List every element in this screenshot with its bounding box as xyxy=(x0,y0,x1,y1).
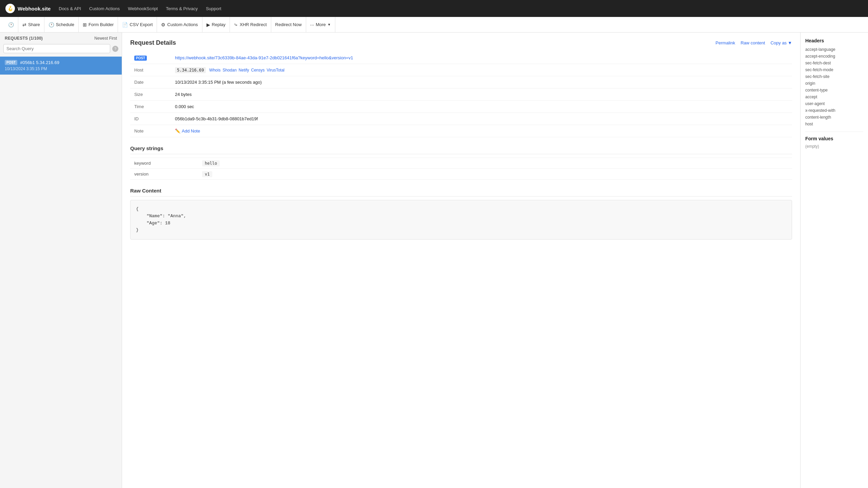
detail-value-id: 056b1da9-5c3b-4b31-9db8-08801b7ed19f xyxy=(171,113,792,125)
detail-label-size: Size xyxy=(130,88,171,101)
permalink-link[interactable]: Permalink xyxy=(715,40,735,45)
detail-row-id: ID 056b1da9-5c3b-4b31-9db8-08801b7ed19f xyxy=(130,113,792,125)
xhr-icon: ⤷ xyxy=(234,22,238,27)
header-item[interactable]: content-length xyxy=(805,114,863,121)
detail-row-url: POST https://webhook.site/73c6339b-84ae-… xyxy=(130,52,792,64)
ip-address: 5.34.216.69 xyxy=(175,67,206,73)
detail-label-date: Date xyxy=(130,76,171,88)
request-item-top: POST #056b1 5.34.216.69 xyxy=(5,60,117,65)
detail-value-date: 10/13/2024 3:35:15 PM (a few seconds ago… xyxy=(171,76,792,88)
raw-content-header: Raw Content xyxy=(130,188,792,197)
header-item[interactable]: sec-fetch-mode xyxy=(805,66,863,73)
detail-label-note: Note xyxy=(130,125,171,137)
query-key-version: version xyxy=(130,169,198,180)
header-item[interactable]: sec-fetch-site xyxy=(805,73,863,80)
toolbar-custom-actions[interactable]: ⚙ Custom Actions xyxy=(157,17,202,32)
requests-count: REQUESTS (1/100) xyxy=(5,36,43,41)
detail-value-time: 0.000 sec xyxy=(171,101,792,113)
toolbar-more[interactable]: ··· More ▼ xyxy=(306,17,335,32)
detail-label-time: Time xyxy=(130,101,171,113)
form-values-title: Form values xyxy=(805,136,863,141)
header-item[interactable]: origin xyxy=(805,80,863,87)
replay-icon: ▶ xyxy=(206,22,210,27)
toolbar-schedule[interactable]: 🕐 Schedule xyxy=(44,17,79,32)
top-nav: 🪝 Webhook.site Docs & API Custom Actions… xyxy=(0,0,868,17)
chevron-down-icon: ▼ xyxy=(328,23,331,26)
header-item[interactable]: sec-fetch-dest xyxy=(805,60,863,66)
clock-icon: 🕐 xyxy=(8,22,14,27)
toolbar: 🕐 ⇄ Share 🕐 Schedule ⊞ Form Builder 📄 CS… xyxy=(0,17,868,33)
whois-link[interactable]: Whois xyxy=(209,68,220,73)
header-item[interactable]: x-requested-with xyxy=(805,107,863,114)
schedule-icon: 🕐 xyxy=(48,22,54,27)
nav-custom-actions[interactable]: Custom Actions xyxy=(89,6,120,11)
request-item[interactable]: POST #056b1 5.34.216.69 10/13/2024 3:35:… xyxy=(0,57,122,75)
detail-value-size: 24 bytes xyxy=(171,88,792,101)
toolbar-xhr-redirect[interactable]: ⤷ XHR Redirect xyxy=(230,17,271,32)
detail-row-date: Date 10/13/2024 3:35:15 PM (a few second… xyxy=(130,76,792,88)
netify-link[interactable]: Netify xyxy=(239,68,249,73)
shodan-link[interactable]: Shodan xyxy=(222,68,236,73)
method-badge-detail: POST xyxy=(134,56,147,61)
toolbar-csv-export[interactable]: 📄 CSV Export xyxy=(118,17,157,32)
logo[interactable]: 🪝 Webhook.site xyxy=(5,4,51,13)
detail-row-note: Note ✏️ Add Note xyxy=(130,125,792,137)
help-icon[interactable]: ? xyxy=(112,46,118,52)
detail-row-time: Time 0.000 sec xyxy=(130,101,792,113)
main-layout: REQUESTS (1/100) Newest First ? POST #05… xyxy=(0,33,868,488)
add-note-button[interactable]: ✏️ Add Note xyxy=(175,128,788,134)
form-builder-icon: ⊞ xyxy=(83,22,87,27)
header-item[interactable]: host xyxy=(805,121,863,127)
csv-icon: 📄 xyxy=(122,22,128,27)
sidebar: REQUESTS (1/100) Newest First ? POST #05… xyxy=(0,33,122,488)
toolbar-share[interactable]: ⇄ Share xyxy=(18,17,44,32)
raw-content-link[interactable]: Raw content xyxy=(741,40,765,45)
logo-text: Webhook.site xyxy=(18,6,51,12)
query-strings-table: keyword hello version v1 xyxy=(130,158,792,180)
raw-content-box: { "Name": "Anna", "Age": 18 } xyxy=(130,200,792,240)
header-item[interactable]: user-agent xyxy=(805,100,863,107)
toolbar-redirect-now[interactable]: Redirect Now xyxy=(271,17,306,32)
detail-row-host: Host 5.34.216.69 Whois Shodan Netify Cen… xyxy=(130,64,792,76)
more-icon: ··· xyxy=(310,22,314,27)
header-item[interactable]: accept-encoding xyxy=(805,53,863,60)
detail-value-host: 5.34.216.69 Whois Shodan Netify Censys V… xyxy=(171,64,792,76)
request-timestamp: 10/13/2024 3:35:15 PM xyxy=(5,66,117,71)
header-item[interactable]: accept-language xyxy=(805,46,863,53)
sort-label[interactable]: Newest First xyxy=(94,36,117,41)
toolbar-form-builder[interactable]: ⊞ Form Builder xyxy=(79,17,118,32)
search-input[interactable] xyxy=(3,44,110,53)
headers-title: Headers xyxy=(805,38,863,43)
request-url-link[interactable]: https://webhook.site/73c6339b-84ae-43da-… xyxy=(175,55,353,60)
request-details-header: Request Details Permalink Raw content Co… xyxy=(130,39,792,46)
share-icon: ⇄ xyxy=(22,22,26,27)
nav-support[interactable]: Support xyxy=(206,6,221,11)
censys-link[interactable]: Censys xyxy=(251,68,265,73)
detail-label-id: ID xyxy=(130,113,171,125)
virustotal-link[interactable]: VirusTotal xyxy=(267,68,284,73)
copy-as-chevron-icon: ▼ xyxy=(788,40,792,45)
nav-webhookscript[interactable]: WebhookScript xyxy=(128,6,158,11)
request-short-id: #056b1 5.34.216.69 xyxy=(20,60,59,65)
nav-docs[interactable]: Docs & API xyxy=(59,6,81,11)
detail-row-size: Size 24 bytes xyxy=(130,88,792,101)
header-item[interactable]: accept xyxy=(805,94,863,100)
method-badge: POST xyxy=(5,60,17,65)
form-values-empty: (empty) xyxy=(805,144,863,149)
header-item[interactable]: content-type xyxy=(805,87,863,94)
detail-label-method: POST xyxy=(130,52,171,64)
custom-actions-icon: ⚙ xyxy=(161,22,165,27)
header-actions: Permalink Raw content Copy as ▼ xyxy=(715,40,792,45)
query-key-keyword: keyword xyxy=(130,158,198,169)
query-strings-header: Query strings xyxy=(130,145,792,154)
query-val-keyword: hello xyxy=(202,160,220,166)
copy-as-dropdown[interactable]: Copy as ▼ xyxy=(770,40,792,45)
toolbar-replay[interactable]: ▶ Replay xyxy=(202,17,230,32)
toolbar-clock[interactable]: 🕐 xyxy=(4,17,18,32)
right-divider xyxy=(805,131,863,132)
nav-terms[interactable]: Terms & Privacy xyxy=(166,6,198,11)
right-sidebar: Headers accept-languageaccept-encodingse… xyxy=(800,33,868,488)
logo-icon: 🪝 xyxy=(5,4,15,13)
query-value-version: v1 xyxy=(198,169,792,180)
details-table: POST https://webhook.site/73c6339b-84ae-… xyxy=(130,52,792,137)
